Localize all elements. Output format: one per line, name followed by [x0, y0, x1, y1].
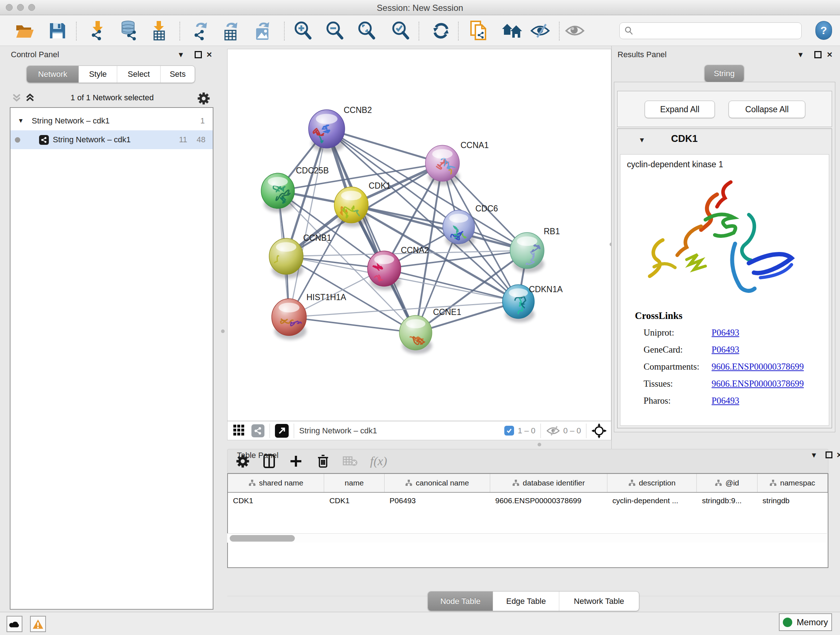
bottom-splitter-handle[interactable]: [538, 443, 541, 447]
table-panel-collapse-icon[interactable]: ▼: [810, 451, 818, 459]
control-panel-collapse-icon[interactable]: ▼: [177, 51, 185, 59]
table-panel-close-icon[interactable]: ✕: [836, 451, 840, 459]
crosslink-value-link[interactable]: P06493: [712, 396, 739, 406]
expand-all-button[interactable]: Expand All: [645, 101, 715, 118]
network-node-ccnb1[interactable]: [269, 238, 303, 279]
tab-node-table[interactable]: Node Table: [428, 592, 493, 611]
network-node-cdc25b[interactable]: [261, 173, 294, 212]
crosslink-value-link[interactable]: P06493: [712, 345, 739, 355]
import-network-file-icon[interactable]: [87, 20, 109, 41]
table-cell[interactable]: CDK1: [228, 496, 324, 505]
add-column-icon[interactable]: [290, 455, 302, 467]
network-options-gear-icon[interactable]: [197, 92, 210, 106]
network-node-hist1h1a[interactable]: [272, 299, 309, 340]
table-cell[interactable]: stringdb:9...: [697, 496, 757, 505]
table-cell[interactable]: P06493: [385, 496, 490, 505]
network-node-ccne1[interactable]: [399, 315, 432, 354]
column-header-description[interactable]: description: [607, 474, 697, 492]
tab-style[interactable]: Style: [79, 66, 117, 82]
save-session-icon[interactable]: [46, 20, 69, 41]
crosslink-value-link[interactable]: 9606.ENSP00000378699: [712, 379, 804, 389]
results-panel-title: Results Panel: [617, 50, 667, 59]
zoom-out-icon[interactable]: [324, 20, 346, 41]
node-table[interactable]: shared namenamecanonical namedatabase id…: [227, 473, 829, 568]
column-header-canonical-name[interactable]: canonical name: [385, 474, 490, 492]
network-view-canvas[interactable]: CCNB2CCNA1CDC25BCDK1CDC6RB1CCNB1CCNA2CDK…: [227, 49, 611, 421]
column-header-shared-name[interactable]: shared name: [228, 474, 324, 492]
open-in-new-window-icon[interactable]: [275, 424, 289, 438]
memory-button[interactable]: Memory: [779, 613, 832, 631]
section-collapse-arrow-icon[interactable]: ▼: [638, 136, 645, 144]
warnings-button[interactable]: [30, 616, 46, 632]
network-node-ccna2[interactable]: [368, 251, 401, 290]
results-panel-close-icon[interactable]: ✕: [827, 50, 833, 59]
tab-string[interactable]: String: [705, 65, 744, 82]
column-header--id[interactable]: @id: [697, 474, 757, 492]
zoom-selected-icon[interactable]: [389, 20, 412, 41]
collapse-all-button[interactable]: Collapse All: [729, 101, 805, 118]
results-panel-collapse-icon[interactable]: ▼: [797, 51, 804, 59]
zoom-in-icon[interactable]: [292, 20, 314, 41]
table-cell[interactable]: stringdb: [758, 496, 828, 505]
table-panel-float-icon[interactable]: [826, 451, 832, 458]
table-cell[interactable]: 9606.ENSP00000378699: [490, 496, 607, 505]
network-node-cdk1[interactable]: [334, 187, 368, 229]
import-table-file-icon[interactable]: [148, 20, 170, 41]
network-graph[interactable]: CCNB2CCNA1CDC25BCDK1CDC6RB1CCNB1CCNA2CDK…: [227, 49, 611, 421]
network-thumbnail-icon[interactable]: [251, 424, 264, 437]
network-node-rb1[interactable]: [510, 233, 544, 272]
column-header-namespac[interactable]: namespac: [758, 474, 828, 492]
network-node-ccna1[interactable]: [425, 145, 459, 185]
table-cell[interactable]: cyclin-dependent ...: [607, 496, 697, 505]
left-splitter-handle[interactable]: [221, 329, 225, 333]
export-image-icon[interactable]: [251, 20, 273, 41]
network-edge[interactable]: [327, 129, 416, 333]
selected-checkbox-icon[interactable]: [504, 426, 514, 435]
network-edge[interactable]: [384, 269, 518, 302]
table-toolbar: f(x): [227, 449, 829, 473]
tab-edge-table[interactable]: Edge Table: [493, 592, 559, 611]
tab-network-table[interactable]: Network Table: [559, 592, 639, 611]
tab-network[interactable]: Network: [27, 66, 79, 82]
copy-view-icon[interactable]: [467, 20, 490, 41]
import-network-database-icon[interactable]: [117, 20, 139, 41]
search-input[interactable]: [619, 22, 802, 39]
show-hidden-eye-icon[interactable]: [564, 20, 586, 41]
control-panel-float-icon[interactable]: [195, 51, 202, 58]
network-edge[interactable]: [289, 317, 416, 333]
control-panel-close-icon[interactable]: ✕: [206, 50, 212, 59]
export-network-icon[interactable]: [189, 20, 211, 41]
network-collection-row[interactable]: ▼ String Network – cdk1 1: [11, 111, 213, 130]
zoom-fit-icon[interactable]: [355, 20, 378, 41]
hide-selected-eye-slash-icon[interactable]: [529, 20, 551, 41]
column-header-database-identifier[interactable]: database identifier: [490, 474, 607, 492]
grid-view-icon[interactable]: [233, 424, 245, 438]
cloud-services-button[interactable]: [6, 616, 22, 632]
network-node-label: CDKN1A: [529, 285, 563, 294]
crosslink-value-link[interactable]: P06493: [712, 328, 739, 338]
birds-eye-view-icon[interactable]: [592, 423, 607, 439]
column-type-icon: [628, 479, 636, 486]
table-hscrollbar-thumb[interactable]: [230, 535, 295, 542]
status-bar: Memory: [0, 612, 840, 635]
refresh-view-icon[interactable]: [430, 20, 452, 41]
tab-select[interactable]: Select: [117, 66, 161, 82]
open-session-icon[interactable]: [14, 20, 36, 41]
help-button[interactable]: ?: [815, 21, 832, 40]
delete-column-icon[interactable]: [317, 454, 329, 469]
crosslink-value-link[interactable]: 9606.ENSP00000378699: [712, 362, 804, 372]
tab-sets[interactable]: Sets: [161, 66, 195, 82]
home-networks-icon[interactable]: [501, 20, 523, 41]
column-header-name[interactable]: name: [324, 474, 384, 492]
expand-all-networks-icon[interactable]: [25, 92, 35, 105]
network-row-selected[interactable]: String Network – cdk1 11 48: [11, 130, 213, 149]
crosslink-label: Compartments:: [644, 362, 712, 372]
table-hscrollbar-track[interactable]: [227, 533, 827, 543]
results-panel-float-icon[interactable]: [814, 51, 821, 58]
network-node-cdc6[interactable]: [443, 210, 475, 248]
table-cell[interactable]: CDK1: [324, 496, 384, 505]
collapse-all-networks-icon[interactable]: [12, 92, 21, 105]
collection-expand-arrow-icon[interactable]: ▼: [18, 117, 24, 125]
table-row[interactable]: CDK1CDK1P064939606.ENSP00000378699cyclin…: [228, 493, 828, 509]
export-table-icon[interactable]: [219, 20, 242, 41]
